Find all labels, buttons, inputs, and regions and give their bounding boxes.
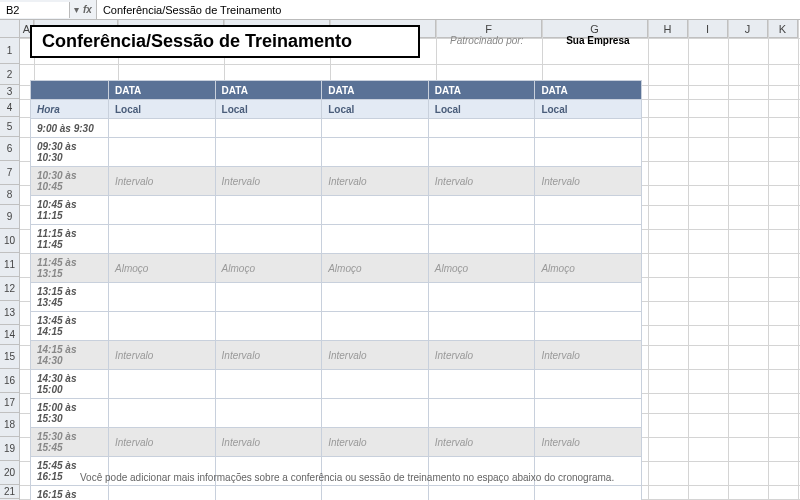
schedule-corner[interactable] xyxy=(31,81,109,100)
schedule-cell[interactable] xyxy=(322,283,429,312)
row-header-20[interactable]: 20 xyxy=(0,461,20,485)
page-title[interactable]: Conferência/Sessão de Treinamento xyxy=(30,25,420,58)
schedule-cell[interactable] xyxy=(109,486,216,501)
row-header-8[interactable]: 8 xyxy=(0,185,20,205)
schedule-cell[interactable] xyxy=(428,399,535,428)
schedule-cell[interactable] xyxy=(215,119,322,138)
time-cell[interactable]: 13:45 às 14:15 xyxy=(31,312,109,341)
location-header[interactable]: Local xyxy=(322,100,429,119)
schedule-cell[interactable]: Intervalo xyxy=(215,167,322,196)
sponsor-value[interactable]: Sua Empresa xyxy=(566,35,629,46)
schedule-cell[interactable] xyxy=(322,225,429,254)
time-cell[interactable]: 16:15 às 16:45 xyxy=(31,486,109,501)
schedule-cell[interactable]: Intervalo xyxy=(428,341,535,370)
schedule-cell[interactable] xyxy=(215,486,322,501)
schedule-cell[interactable] xyxy=(109,283,216,312)
select-all-corner[interactable] xyxy=(0,20,20,38)
row-header-13[interactable]: 13 xyxy=(0,301,20,325)
schedule-cell[interactable] xyxy=(109,399,216,428)
time-header[interactable]: Hora xyxy=(31,100,109,119)
column-header-H[interactable]: H xyxy=(648,20,688,38)
schedule-cell[interactable]: Almoço xyxy=(215,254,322,283)
schedule-cell[interactable]: Intervalo xyxy=(535,167,642,196)
schedule-cell[interactable] xyxy=(322,196,429,225)
schedule-cell[interactable]: Intervalo xyxy=(535,428,642,457)
schedule-cell[interactable] xyxy=(215,399,322,428)
schedule-cell[interactable] xyxy=(322,138,429,167)
row-header-19[interactable]: 19 xyxy=(0,437,20,461)
schedule-cell[interactable] xyxy=(109,225,216,254)
schedule-cell[interactable]: Almoço xyxy=(535,254,642,283)
schedule-cell[interactable] xyxy=(428,119,535,138)
date-header[interactable]: DATA xyxy=(428,81,535,100)
time-cell[interactable]: 13:15 às 13:45 xyxy=(31,283,109,312)
name-box[interactable]: B2 xyxy=(0,2,70,18)
time-cell[interactable]: 10:45 às 11:15 xyxy=(31,196,109,225)
schedule-cell[interactable] xyxy=(535,486,642,501)
schedule-cell[interactable] xyxy=(428,370,535,399)
schedule-cell[interactable] xyxy=(215,370,322,399)
row-header-18[interactable]: 18 xyxy=(0,413,20,437)
date-header[interactable]: DATA xyxy=(215,81,322,100)
schedule-cell[interactable] xyxy=(535,119,642,138)
date-header[interactable]: DATA xyxy=(109,81,216,100)
schedule-cell[interactable] xyxy=(109,138,216,167)
schedule-cell[interactable] xyxy=(215,283,322,312)
time-cell[interactable]: 15:30 às 15:45 xyxy=(31,428,109,457)
time-cell[interactable]: 11:45 às 13:15 xyxy=(31,254,109,283)
schedule-cell[interactable]: Intervalo xyxy=(535,341,642,370)
schedule-cell[interactable]: Intervalo xyxy=(428,167,535,196)
schedule-cell[interactable] xyxy=(535,370,642,399)
schedule-cell[interactable] xyxy=(109,119,216,138)
row-header-6[interactable]: 6 xyxy=(0,137,20,161)
schedule-cell[interactable] xyxy=(535,312,642,341)
column-header-I[interactable]: I xyxy=(688,20,728,38)
time-cell[interactable]: 10:30 às 10:45 xyxy=(31,167,109,196)
date-header[interactable]: DATA xyxy=(535,81,642,100)
schedule-cell[interactable] xyxy=(215,138,322,167)
row-header-7[interactable]: 7 xyxy=(0,161,20,185)
time-cell[interactable]: 09:30 às 10:30 xyxy=(31,138,109,167)
schedule-cell[interactable] xyxy=(215,312,322,341)
date-header[interactable]: DATA xyxy=(322,81,429,100)
schedule-cell[interactable] xyxy=(428,196,535,225)
schedule-cell[interactable] xyxy=(215,225,322,254)
schedule-cell[interactable] xyxy=(535,283,642,312)
row-header-9[interactable]: 9 xyxy=(0,205,20,229)
location-header[interactable]: Local xyxy=(215,100,322,119)
location-header[interactable]: Local xyxy=(428,100,535,119)
schedule-cell[interactable]: Intervalo xyxy=(428,428,535,457)
name-box-dropdown-icon[interactable]: ▾ xyxy=(74,4,79,15)
schedule-cell[interactable]: Intervalo xyxy=(109,167,216,196)
row-header-5[interactable]: 5 xyxy=(0,117,20,137)
grid[interactable]: ABCDEFGHIJK Conferência/Sessão de Treina… xyxy=(20,20,800,500)
location-header[interactable]: Local xyxy=(535,100,642,119)
schedule-cell[interactable] xyxy=(322,312,429,341)
location-header[interactable]: Local xyxy=(109,100,216,119)
time-cell[interactable]: 15:00 às 15:30 xyxy=(31,399,109,428)
schedule-cell[interactable]: Almoço xyxy=(109,254,216,283)
schedule-cell[interactable] xyxy=(109,312,216,341)
schedule-cell[interactable] xyxy=(428,312,535,341)
row-header-3[interactable]: 3 xyxy=(0,85,20,99)
row-header-17[interactable]: 17 xyxy=(0,393,20,413)
formula-input[interactable]: Conferência/Sessão de Treinamento xyxy=(96,0,800,19)
schedule-cell[interactable] xyxy=(428,486,535,501)
row-header-14[interactable]: 14 xyxy=(0,325,20,345)
schedule-cell[interactable]: Almoço xyxy=(322,254,429,283)
schedule-cell[interactable]: Almoço xyxy=(428,254,535,283)
schedule-cell[interactable]: Intervalo xyxy=(215,341,322,370)
schedule-cell[interactable] xyxy=(535,138,642,167)
row-header-16[interactable]: 16 xyxy=(0,369,20,393)
schedule-cell[interactable] xyxy=(428,225,535,254)
row-header-2[interactable]: 2 xyxy=(0,64,20,85)
schedule-cell[interactable] xyxy=(428,283,535,312)
row-header-4[interactable]: 4 xyxy=(0,99,20,117)
row-header-21[interactable]: 21 xyxy=(0,485,20,499)
schedule-cell[interactable]: Intervalo xyxy=(109,428,216,457)
time-cell[interactable]: 9:00 às 9:30 xyxy=(31,119,109,138)
schedule-cell[interactable] xyxy=(322,486,429,501)
schedule-cell[interactable]: Intervalo xyxy=(215,428,322,457)
row-header-1[interactable]: 1 xyxy=(0,38,20,64)
schedule-cell[interactable] xyxy=(109,370,216,399)
